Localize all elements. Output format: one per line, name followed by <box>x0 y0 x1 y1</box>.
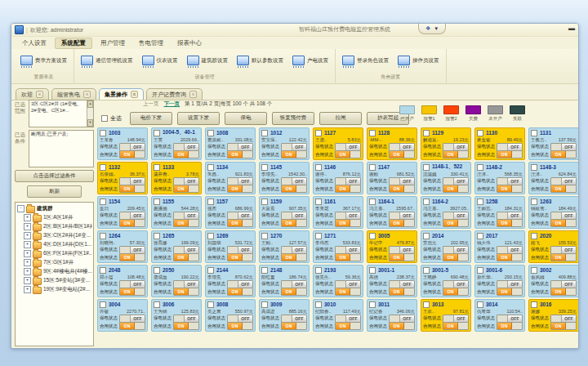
next-page-link[interactable]: 下一页 <box>164 100 180 108</box>
ribbon-button[interactable]: 通信管理机设置 <box>78 54 136 69</box>
prev-page-link[interactable]: 上一页 <box>143 100 159 108</box>
tree-root[interactable]: -建筑群 <box>17 204 92 213</box>
meter-card[interactable]: 1003王某春148.94元保电状态OFF合闸状态ON <box>97 127 148 160</box>
breaker-toggle[interactable]: ON <box>443 253 469 261</box>
toolbar-button-3[interactable]: 保电 <box>225 112 267 125</box>
supply-toggle[interactable]: OFF <box>497 143 523 151</box>
card-checkbox[interactable] <box>369 233 376 239</box>
supply-toggle[interactable]: OFF <box>335 280 361 288</box>
tree-node-8[interactable]: +15区:5#变站(3#变... <box>17 276 92 285</box>
tree-node-2[interactable]: +2区:B区1#井/B区1#井 <box>17 222 92 231</box>
card-checkbox[interactable] <box>477 130 483 136</box>
breaker-toggle[interactable]: ON <box>389 219 415 227</box>
menu-item-1[interactable]: 个人设置 <box>16 38 52 48</box>
tree-node-5[interactable]: +6区:F区1#井(F区1#... <box>17 249 92 258</box>
supply-toggle[interactable]: OFF <box>119 177 145 185</box>
selected-cond-box[interactable]: 断闸表;已开户表; <box>29 130 94 167</box>
meter-card[interactable]: 1147谢刚681.52元保电状态OFF合闸状态ON <box>367 162 417 194</box>
meter-card[interactable]: 1131王教吉..137.59元保电状态OFF合闸状态ON <box>528 127 579 160</box>
supply-toggle[interactable]: OFF <box>227 280 253 288</box>
breaker-toggle[interactable]: ON <box>497 322 523 330</box>
breaker-toggle[interactable]: ON <box>173 253 199 261</box>
meter-card[interactable]: 2048郑小霞108.48元保电状态OFF合闸状态ON <box>97 265 148 297</box>
supply-toggle[interactable]: OFF <box>119 280 145 288</box>
menu-item-3[interactable]: 用户管理 <box>95 38 131 48</box>
card-checkbox[interactable] <box>261 267 268 274</box>
meter-card[interactable]: 3001-6孙长华..293.15元保电状态OFF合闸状态ON <box>474 265 525 297</box>
ribbon-button[interactable]: 费率方案设置 <box>18 54 69 69</box>
card-checkbox[interactable] <box>531 130 537 136</box>
supply-toggle[interactable]: OFF <box>389 246 415 254</box>
scroll-down-icon[interactable]: ▼ <box>87 119 93 127</box>
scroll-up-icon[interactable]: ▲ <box>87 100 93 108</box>
meter-card[interactable]: 2148阳红星186.74元保电状态OFF合闸状态ON <box>259 265 310 297</box>
refresh-button[interactable]: 刷新 <box>27 185 82 198</box>
ribbon-button[interactable]: 建筑群设置 <box>185 54 231 69</box>
card-checkbox[interactable] <box>154 199 160 205</box>
card-checkbox[interactable] <box>207 130 214 136</box>
meter-card[interactable]: 1269刘国华531.72元保电状态OFF合闸状态ON <box>205 230 256 263</box>
meter-card[interactable]: 3009高成进885.16元保电状态OFF合闸状态ON <box>259 299 310 332</box>
supply-toggle[interactable]: OFF <box>335 246 361 254</box>
tree-node-7[interactable]: +9区:4#楼电井(4#楼... <box>17 267 92 276</box>
breaker-toggle[interactable]: ON <box>550 150 577 158</box>
card-checkbox[interactable] <box>100 301 106 308</box>
breaker-toggle[interactable]: ON <box>281 185 307 193</box>
breaker-toggle[interactable]: ON <box>227 185 253 193</box>
breaker-toggle[interactable]: ON <box>119 185 145 193</box>
expand-icon[interactable]: + <box>24 259 31 266</box>
toolbar-button-5[interactable]: 拉闸 <box>319 112 362 125</box>
card-checkbox[interactable] <box>154 267 160 274</box>
breaker-toggle[interactable]: ON <box>497 185 523 193</box>
select-all[interactable]: 全选 <box>101 114 122 123</box>
supply-toggle[interactable]: OFF <box>389 280 415 288</box>
meter-card[interactable]: 1127王唐..5.83元保电状态OFF合闸状态ON <box>313 127 363 160</box>
menu-item-5[interactable]: 报表中心 <box>172 38 207 48</box>
card-checkbox[interactable] <box>531 267 537 274</box>
supply-toggle[interactable]: OFF <box>550 246 577 254</box>
card-checkbox[interactable] <box>369 199 376 205</box>
supply-toggle[interactable]: OFF <box>443 280 469 288</box>
meter-card[interactable]: 3001-1高强238.37元保电状态OFF合闸状态ON <box>367 265 417 297</box>
breaker-toggle[interactable]: ON <box>550 219 577 227</box>
card-checkbox[interactable] <box>154 164 160 171</box>
supply-toggle[interactable]: OFF <box>497 280 523 288</box>
breaker-toggle[interactable]: ON <box>173 150 199 158</box>
supply-toggle[interactable]: OFF <box>550 280 577 288</box>
ribbon-button[interactable]: 户电设置 <box>290 54 331 69</box>
menu-item-2[interactable]: 系统配置 <box>55 38 92 49</box>
scrollbar[interactable]: ▲ ▼ <box>87 100 93 127</box>
breaker-toggle[interactable]: ON <box>389 185 415 193</box>
breaker-toggle[interactable]: ON <box>119 150 145 158</box>
meter-card[interactable]: 1159大富贵907.35元保电状态OFF合闸状态ON <box>259 196 310 229</box>
supply-toggle[interactable]: OFF <box>173 280 199 288</box>
breaker-toggle[interactable]: ON <box>443 150 469 158</box>
breaker-toggle[interactable]: ON <box>227 150 253 158</box>
meter-card[interactable]: 1258王媚范..184.31元保电状态OFF合闸状态ON <box>474 196 525 229</box>
meter-card[interactable]: 3016谢娜339.25元保电状态OFF合闸状态ON <box>528 299 579 332</box>
card-checkbox[interactable] <box>154 301 160 308</box>
meter-card[interactable]: 1132石俊娟..36.37元保电状态OFF合闸状态ON <box>97 162 148 194</box>
meter-card[interactable]: 1164-2冯立基..3927.05..保电状态OFF合闸状态ON <box>421 196 471 229</box>
card-checkbox[interactable] <box>369 130 376 136</box>
breaker-toggle[interactable]: ON <box>173 185 199 193</box>
breaker-toggle[interactable]: ON <box>119 253 145 261</box>
tree-node-1[interactable]: +1区:A区1#井 <box>17 213 92 222</box>
ribbon-button[interactable]: 仪表设置 <box>140 54 180 69</box>
breaker-toggle[interactable]: ON <box>389 322 415 330</box>
card-checkbox[interactable] <box>477 267 483 274</box>
ribbon-button[interactable]: 操作员设置 <box>395 54 442 69</box>
supply-toggle[interactable]: OFF <box>281 315 307 323</box>
supply-toggle[interactable]: OFF <box>497 315 523 323</box>
breaker-toggle[interactable]: ON <box>173 219 199 227</box>
meter-card[interactable]: 1133康井青..3.78元保电状态OFF合闸状态ON <box>151 162 202 194</box>
supply-toggle[interactable]: OFF <box>227 315 253 323</box>
breaker-toggle[interactable]: ON <box>335 185 361 193</box>
tree-node-6[interactable]: +7区:G区1#井 <box>17 258 92 267</box>
chevron-down-icon[interactable]: ▼ <box>434 26 439 31</box>
select-all-checkbox[interactable] <box>101 115 108 122</box>
card-checkbox[interactable] <box>315 164 322 171</box>
breaker-toggle[interactable]: ON <box>389 253 415 261</box>
meter-card[interactable]: 3011纪记春346.06元保电状态OFF合闸状态ON <box>367 299 417 332</box>
meter-card[interactable]: 1146谢停..876.12元保电状态OFF合闸状态ON <box>313 162 363 194</box>
